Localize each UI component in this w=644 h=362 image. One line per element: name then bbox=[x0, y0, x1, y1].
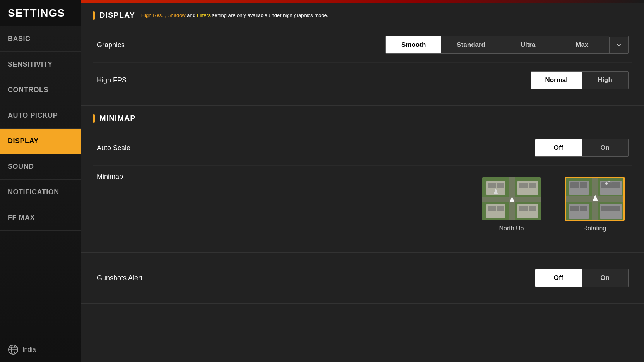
sidebar: SETTINGS BASIC SENSITIVITY CONTROLS AUTO… bbox=[0, 0, 81, 362]
graphics-smooth-button[interactable]: Smooth bbox=[386, 36, 441, 53]
graphics-button-group: Smooth Standard Ultra Max bbox=[385, 36, 629, 54]
region-label: India bbox=[22, 346, 36, 353]
svg-rect-14 bbox=[529, 183, 536, 188]
main-content: DISPLAY High Res. , Shadow and Filters s… bbox=[81, 0, 644, 362]
svg-rect-36 bbox=[611, 206, 620, 211]
globe-icon bbox=[8, 344, 19, 355]
minimap-options: North Up bbox=[478, 173, 629, 236]
svg-rect-30 bbox=[611, 182, 620, 188]
minimap-rotating-label: Rotating bbox=[583, 225, 606, 232]
minimap-north-up-svg bbox=[482, 177, 541, 221]
high-fps-high-button[interactable]: High bbox=[582, 72, 628, 89]
svg-rect-27 bbox=[580, 182, 587, 188]
gunshots-alert-button-group: Off On bbox=[535, 269, 629, 287]
sidebar-item-notification[interactable]: NOTIFICATION bbox=[0, 180, 81, 205]
graphics-label: Graphics bbox=[97, 41, 125, 49]
gunshots-alert-off-button[interactable]: Off bbox=[535, 269, 582, 287]
sidebar-item-basic[interactable]: BASIC bbox=[0, 26, 81, 52]
minimap-north-up-label: North Up bbox=[499, 225, 524, 232]
svg-rect-13 bbox=[519, 183, 528, 188]
app-title: SETTINGS bbox=[0, 0, 81, 26]
graphics-ultra-button[interactable]: Ultra bbox=[501, 36, 555, 53]
sidebar-item-sound[interactable]: SOUND bbox=[0, 154, 81, 180]
graphics-max-button[interactable]: Max bbox=[555, 36, 609, 53]
svg-rect-26 bbox=[570, 182, 579, 188]
auto-scale-label: Auto Scale bbox=[97, 144, 130, 152]
minimap-section: MINIMAP Auto Scale Off On Minimap bbox=[81, 106, 644, 253]
region-selector[interactable]: India bbox=[0, 337, 81, 362]
subtitle-mid: and bbox=[186, 12, 197, 18]
chevron-down-icon bbox=[616, 42, 622, 48]
minimap-rotating-image bbox=[565, 177, 625, 221]
subtitle-post: setting are only available under high gr… bbox=[211, 12, 328, 18]
graphics-dropdown-button[interactable] bbox=[609, 37, 628, 53]
graphics-row: Graphics Smooth Standard Ultra Max bbox=[93, 27, 632, 63]
svg-rect-35 bbox=[601, 206, 611, 211]
minimap-section-title: MINIMAP bbox=[99, 114, 136, 123]
svg-rect-32 bbox=[570, 206, 579, 211]
subtitle-yellow: Filters bbox=[197, 12, 211, 18]
high-fps-normal-button[interactable]: Normal bbox=[531, 72, 582, 89]
minimap-north-up-option[interactable]: North Up bbox=[481, 177, 541, 232]
auto-scale-on-button[interactable]: On bbox=[582, 139, 628, 156]
svg-rect-17 bbox=[497, 206, 504, 211]
svg-point-38 bbox=[605, 182, 608, 185]
sidebar-item-controls[interactable]: CONTROLS bbox=[0, 77, 81, 103]
svg-rect-10 bbox=[497, 183, 504, 188]
display-section: DISPLAY High Res. , Shadow and Filters s… bbox=[81, 3, 644, 106]
high-fps-row: High FPS Normal High bbox=[93, 63, 632, 98]
sidebar-item-ff-max[interactable]: FF MAX bbox=[0, 205, 81, 231]
auto-scale-button-group: Off On bbox=[535, 139, 629, 157]
gunshots-alert-row: Gunshots Alert Off On bbox=[93, 261, 632, 295]
gunshots-alert-section: Gunshots Alert Off On bbox=[81, 253, 644, 304]
sidebar-item-display[interactable]: DISPLAY bbox=[0, 129, 81, 154]
minimap-section-header: MINIMAP bbox=[93, 114, 632, 123]
gunshots-alert-on-button[interactable]: On bbox=[582, 269, 628, 287]
svg-rect-16 bbox=[488, 206, 496, 211]
minimap-label: Minimap bbox=[97, 173, 123, 181]
svg-point-39 bbox=[608, 181, 610, 182]
section-bar bbox=[93, 11, 95, 20]
top-accent bbox=[81, 0, 644, 3]
subtitle-orange: High Res. , Shadow bbox=[141, 12, 186, 18]
high-fps-button-group: Normal High bbox=[531, 71, 629, 89]
minimap-north-up-image bbox=[481, 177, 541, 221]
high-fps-label: High FPS bbox=[97, 76, 127, 84]
sidebar-item-auto-pickup[interactable]: AUTO PICKUP bbox=[0, 103, 81, 129]
display-section-title: DISPLAY bbox=[99, 11, 135, 20]
svg-rect-33 bbox=[580, 206, 587, 211]
gunshots-alert-label: Gunshots Alert bbox=[97, 274, 142, 282]
minimap-rotating-svg bbox=[566, 178, 625, 221]
svg-rect-9 bbox=[488, 183, 496, 188]
display-section-subtitle: High Res. , Shadow and Filters setting a… bbox=[141, 12, 328, 18]
minimap-row: Minimap bbox=[93, 166, 632, 244]
sidebar-item-sensitivity[interactable]: SENSITIVITY bbox=[0, 52, 81, 77]
display-section-header: DISPLAY High Res. , Shadow and Filters s… bbox=[93, 11, 632, 20]
minimap-section-bar bbox=[93, 114, 95, 123]
graphics-standard-button[interactable]: Standard bbox=[441, 36, 501, 53]
auto-scale-off-button[interactable]: Off bbox=[535, 139, 582, 156]
svg-rect-20 bbox=[529, 206, 536, 211]
svg-rect-19 bbox=[519, 206, 528, 211]
auto-scale-row: Auto Scale Off On bbox=[93, 130, 632, 166]
minimap-rotating-option[interactable]: Rotating bbox=[565, 177, 625, 232]
